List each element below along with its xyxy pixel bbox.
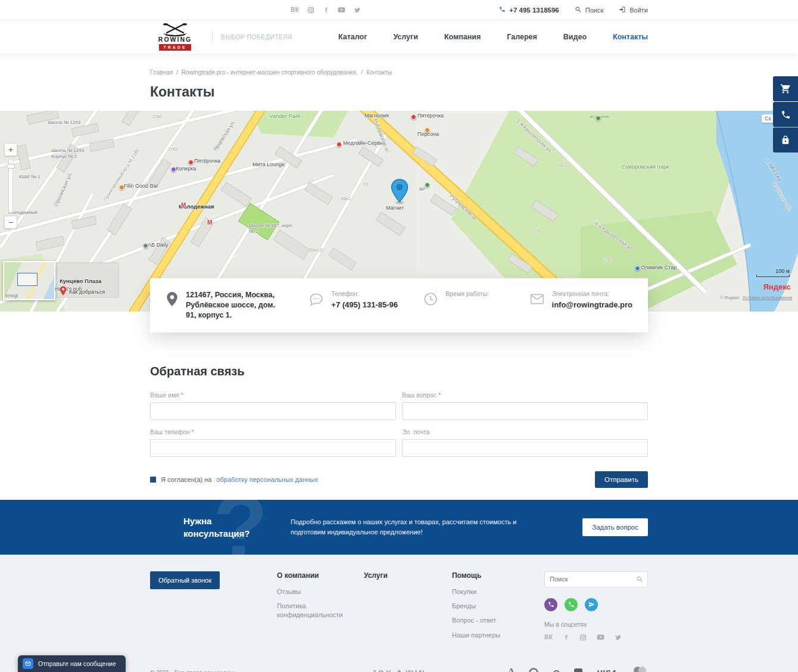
- submit-button[interactable]: Отправить: [595, 471, 648, 488]
- breadcrumb-separator: /: [361, 69, 363, 76]
- map-poi-icon[interactable]: [171, 167, 176, 172]
- search-button[interactable]: Поиск: [575, 6, 603, 14]
- map-label: Рублёвское ш.: [372, 118, 391, 154]
- telegram-icon[interactable]: [585, 598, 598, 611]
- nav-item-video[interactable]: Видео: [563, 33, 587, 41]
- personal-data-link[interactable]: обработку персональных данных: [216, 476, 317, 483]
- twitter-icon[interactable]: [354, 7, 361, 14]
- map-company-pin-icon[interactable]: [391, 179, 409, 205]
- instagram-icon[interactable]: [579, 634, 587, 641]
- viber-icon[interactable]: [544, 598, 557, 611]
- phone-input[interactable]: [150, 439, 396, 457]
- name-input[interactable]: [150, 402, 396, 420]
- login-button[interactable]: Войти: [619, 6, 648, 14]
- minimap-viewport[interactable]: [17, 273, 38, 286]
- nav-item-contacts[interactable]: Контакты: [613, 33, 648, 41]
- topbar-phone[interactable]: +7 495 1318596: [499, 6, 559, 14]
- consent-text: Я согласен(а) на: [161, 476, 211, 483]
- nav-item-gallery[interactable]: Галерея: [507, 33, 537, 41]
- zoom-slider[interactable]: [8, 158, 13, 213]
- header: ROWING TRADE ВЫБОР ПОБЕДИТЕЛЯ Каталог Ус…: [0, 20, 798, 54]
- metro-icon[interactable]: М: [181, 202, 186, 209]
- breadcrumb-home[interactable]: Главная: [150, 69, 173, 76]
- visa-icon: VISA: [597, 668, 617, 672]
- footer-search-input[interactable]: [544, 571, 648, 587]
- map-label: Филёвская наб.: [772, 181, 793, 212]
- footer-link-faq[interactable]: Вопрос - ответ: [452, 616, 541, 625]
- nav-item-catalog[interactable]: Каталог: [338, 33, 367, 41]
- ask-question-button[interactable]: Задать вопрос: [582, 518, 648, 536]
- zoom-out-button[interactable]: −: [4, 216, 17, 229]
- twitter-icon[interactable]: [615, 634, 622, 641]
- question-input[interactable]: [402, 402, 648, 420]
- map-poi-icon[interactable]: [596, 116, 601, 121]
- footer-link-privacy[interactable]: Политика конфиденциальности: [277, 602, 364, 620]
- map-label: AB Daily: [148, 242, 169, 248]
- map-label: Пятёрочка: [417, 113, 444, 119]
- chat-widget[interactable]: Отправьте нам сообщение: [18, 655, 126, 672]
- map-poi-icon[interactable]: [336, 142, 342, 147]
- cart-button[interactable]: [773, 76, 798, 101]
- facebook-icon[interactable]: [323, 7, 329, 13]
- zoom-slider-handle[interactable]: [7, 164, 15, 169]
- yandex-logo[interactable]: Яндекс: [763, 282, 791, 291]
- contact-email-value[interactable]: info@rowingtrade.pro: [552, 300, 632, 309]
- footer-link-purchases[interactable]: Покупки: [452, 587, 541, 596]
- nav-item-services[interactable]: Услуги: [393, 33, 418, 41]
- map-poi-icon[interactable]: [425, 127, 430, 133]
- map-poi-icon[interactable]: [188, 160, 194, 165]
- contact-hours-label: Время работы:: [445, 290, 489, 297]
- breadcrumb-shop[interactable]: Rowingtrade.pro - интернет-магазин спорт…: [182, 69, 357, 76]
- map-label: Копирка: [176, 166, 196, 172]
- instagram-icon[interactable]: [307, 7, 314, 14]
- brand-name-bottom: TRADE: [159, 44, 191, 51]
- topbar-social: ВК: [291, 7, 361, 14]
- call-button[interactable]: [773, 102, 798, 127]
- vk-icon[interactable]: ВК: [544, 634, 553, 640]
- banner-text: Подробно расскажем о наших услугах и тов…: [291, 517, 543, 537]
- map-poi-icon[interactable]: [119, 185, 124, 190]
- map-label: Суворовский парк: [622, 163, 669, 170]
- search-icon[interactable]: [636, 575, 644, 586]
- map-label: Олимпик Стар: [641, 265, 677, 270]
- metro-icon[interactable]: М: [207, 219, 212, 226]
- winner-choice-label[interactable]: ВЫБОР ПОБЕДИТЕЛЯ: [221, 33, 292, 41]
- login-lock-button[interactable]: [773, 127, 798, 153]
- consent-checkbox[interactable]: [150, 477, 156, 483]
- brand-logo[interactable]: ROWING TRADE: [150, 23, 200, 51]
- youtube-icon[interactable]: [338, 7, 345, 13]
- map-poi-icon[interactable]: [143, 243, 148, 248]
- topbar: ВК +7 495 1318596: [0, 0, 798, 20]
- map-poi-icon[interactable]: [411, 114, 416, 120]
- login-label: Войти: [629, 7, 648, 14]
- whatsapp-icon[interactable]: [565, 598, 578, 611]
- map-poi-icon[interactable]: [425, 182, 430, 188]
- map-minimap[interactable]: КУНЦЕ: [3, 261, 55, 300]
- youtube-icon[interactable]: [597, 634, 604, 640]
- facebook-icon[interactable]: [563, 634, 569, 640]
- map-layers-button[interactable]: Сх: [762, 114, 774, 123]
- footer-social-title: Мы в соцсетях: [544, 621, 648, 628]
- footer-company-title: О компании: [277, 571, 364, 580]
- footer-services-title: Услуги: [364, 571, 452, 580]
- map-label: Школа № 1293 Корпус № 2: [51, 148, 93, 159]
- map-poi-icon[interactable]: [635, 266, 640, 271]
- footer-link-brands[interactable]: Бренды: [452, 602, 541, 611]
- map-label: Проектируемый пр-д № 2189: [102, 148, 140, 202]
- email-field-label: Эл. почта: [402, 428, 648, 435]
- footer-link-partners[interactable]: Наши партнеры: [452, 631, 541, 640]
- joywin-icon: [396, 670, 402, 672]
- phone-field-label: Ваш телефон *: [150, 428, 396, 435]
- map-scale-line: [756, 275, 790, 277]
- zoom-in-button[interactable]: +: [4, 143, 17, 156]
- footer-link-reviews[interactable]: Отзывы: [277, 587, 364, 596]
- callback-button[interactable]: Обратный звонок: [150, 571, 220, 589]
- map-route-pin-icon[interactable]: [60, 286, 67, 296]
- map-terms-link[interactable]: Условия использования: [743, 295, 792, 300]
- nav-item-company[interactable]: Компания: [444, 33, 481, 41]
- vk-icon[interactable]: ВК: [291, 7, 299, 13]
- contact-phone-value[interactable]: +7 (495) 131-85-96: [331, 300, 398, 309]
- mail-icon: [529, 291, 545, 309]
- chat-envelope-icon: [23, 658, 33, 669]
- email-input[interactable]: [402, 439, 648, 457]
